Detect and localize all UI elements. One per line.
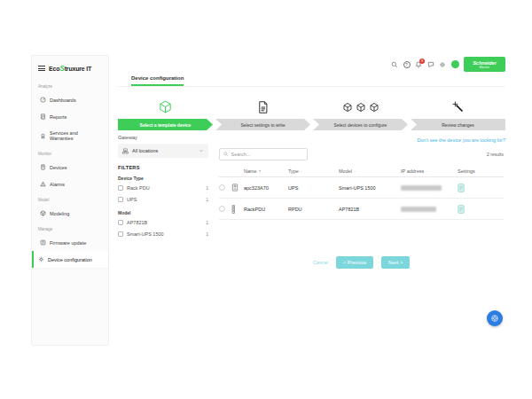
sidebar-item-alarms[interactable]: Alarms	[32, 176, 108, 192]
filter-panel: Gateway All locations FILTERS Device Typ…	[118, 135, 208, 243]
filter-option-label: AP7821B	[127, 220, 202, 225]
sidebar-section-manage: Manage	[32, 222, 108, 234]
rack-pdu-device-icon	[231, 205, 244, 214]
sidebar: EcoStruxure IT Analyze Dashboards Report…	[31, 55, 109, 346]
filter-option-count: 1	[206, 231, 208, 237]
column-header-settings: Settings	[458, 168, 504, 174]
sidebar-item-services-warranties[interactable]: Services and Warranties	[32, 125, 108, 146]
table-header: Name↑ Type↕ Model↕ IP address↕ Settings	[219, 166, 504, 177]
settings-gear-icon[interactable]	[439, 61, 446, 68]
cell-name: RackPDU	[244, 207, 288, 212]
dashboards-icon	[40, 97, 46, 103]
device-configuration-icon	[38, 256, 44, 262]
table-toolbar: 2 results	[219, 148, 504, 160]
sidebar-item-label: Devices	[50, 165, 67, 170]
next-button[interactable]: Next >	[381, 256, 410, 269]
search-input[interactable]	[231, 152, 302, 157]
sidebar-item-label: Device configuration	[48, 257, 92, 262]
checkbox[interactable]	[118, 185, 123, 191]
gateway-select[interactable]: All locations	[118, 144, 208, 158]
filter-option-rack-pdu[interactable]: Rack PDU 1	[118, 185, 208, 191]
filter-option-smart-ups-1500[interactable]: Smart-UPS 1500 1	[118, 231, 208, 237]
reports-icon	[40, 113, 46, 120]
sort-asc-icon: ↑	[259, 168, 262, 174]
schneider-electric-logo[interactable]: Schneider Electric	[464, 57, 505, 72]
hamburger-menu-icon[interactable]	[38, 66, 45, 71]
filter-option-count: 1	[206, 220, 208, 225]
row-settings-icon[interactable]	[458, 184, 504, 192]
step-select-devices: Select devices to configure	[313, 95, 408, 130]
gateway-selected-value: All locations	[132, 148, 195, 153]
settings-document-icon	[215, 95, 310, 119]
logo-text: Eco	[49, 66, 59, 72]
logo-text: truxure IT	[65, 66, 91, 72]
feedback-icon[interactable]	[427, 61, 434, 68]
row-radio[interactable]	[219, 184, 225, 191]
template-cube-icon	[118, 95, 213, 119]
firmware-update-icon	[40, 239, 46, 246]
help-fab-button[interactable]	[487, 310, 503, 326]
modeling-icon	[40, 210, 46, 216]
search-icon[interactable]	[391, 61, 398, 68]
filter-option-label: Smart-UPS 1500	[127, 231, 202, 237]
column-header-model[interactable]: Model↕	[339, 168, 401, 174]
previous-button[interactable]: < Previous	[336, 256, 373, 269]
table-row[interactable]: RackPDU RPDU AP7821B	[219, 199, 504, 220]
sidebar-item-dashboards[interactable]: Dashboards	[32, 91, 108, 108]
step-bar[interactable]: Select devices to configure	[313, 119, 408, 130]
sidebar-item-device-configuration[interactable]: Device configuration	[32, 251, 108, 268]
row-radio[interactable]	[219, 206, 225, 212]
step-bar[interactable]: Select settings to write	[215, 119, 310, 130]
notifications-bell-icon[interactable]: 9	[415, 61, 422, 68]
filter-option-ap7821b[interactable]: AP7821B 1	[118, 220, 208, 225]
tab-device-configuration[interactable]: Device configuration	[131, 75, 184, 86]
devices-icon	[40, 164, 46, 170]
notification-badge: 9	[419, 59, 425, 64]
cell-type: UPS	[288, 185, 339, 191]
alarms-icon	[40, 181, 46, 187]
filter-option-ups[interactable]: UPS 1	[118, 197, 208, 202]
filter-option-count: 1	[206, 185, 208, 191]
cancel-button[interactable]: Cancel	[313, 260, 328, 265]
checkbox[interactable]	[118, 220, 123, 225]
filters-title: FILTERS	[118, 165, 208, 170]
table-search[interactable]	[219, 148, 308, 160]
tab-divider	[118, 86, 505, 87]
sidebar-item-modeling[interactable]: Modeling	[32, 205, 108, 222]
cell-ip-redacted	[401, 207, 436, 212]
step-select-template-device: Select a template device	[118, 95, 213, 130]
sidebar-section-model: Model	[32, 192, 108, 205]
sidebar-item-reports[interactable]: Reports	[32, 108, 108, 125]
step-bar[interactable]: Review changes	[411, 119, 505, 130]
device-not-found-link[interactable]: Don't see the device you are looking for…	[418, 137, 506, 143]
sidebar-header: EcoStruxure IT	[32, 56, 108, 79]
column-header-type[interactable]: Type↕	[288, 168, 339, 174]
sidebar-section-analyze: Analyze	[32, 79, 108, 91]
sidebar-section-monitor: Monitor	[32, 146, 108, 159]
column-header-ip-address[interactable]: IP address↕	[401, 168, 458, 174]
sidebar-item-label: Reports	[50, 114, 66, 120]
cell-name: apc323A70	[244, 185, 288, 191]
user-avatar[interactable]	[451, 60, 459, 68]
step-bar[interactable]: Select a template device	[118, 119, 213, 130]
sort-icon: ↕	[354, 169, 356, 174]
results-count: 2 results	[487, 152, 504, 157]
ups-device-icon	[231, 184, 244, 192]
ecostruxure-logo: EcoStruxure IT	[49, 64, 91, 73]
sidebar-item-devices[interactable]: Devices	[32, 159, 108, 176]
filter-option-label: Rack PDU	[127, 185, 202, 191]
lifebuoy-icon	[490, 314, 499, 323]
filter-group-device-type: Device Type	[118, 176, 208, 181]
table-row[interactable]: apc323A70 UPS Smart-UPS 1500	[219, 177, 504, 199]
gateway-label: Gateway	[118, 135, 208, 140]
column-header-name[interactable]: Name↑	[244, 168, 288, 174]
cell-model: AP7821B	[339, 207, 401, 212]
sidebar-item-firmware-update[interactable]: Firmware update	[32, 234, 108, 251]
wizard-stepper: Select a template device Select settings…	[118, 95, 505, 130]
row-settings-icon[interactable]	[458, 205, 504, 214]
location-icon	[122, 148, 129, 154]
checkbox[interactable]	[118, 231, 123, 237]
sidebar-item-label: Modeling	[50, 211, 69, 216]
checkbox[interactable]	[118, 197, 123, 202]
help-icon[interactable]: ?	[403, 61, 411, 68]
